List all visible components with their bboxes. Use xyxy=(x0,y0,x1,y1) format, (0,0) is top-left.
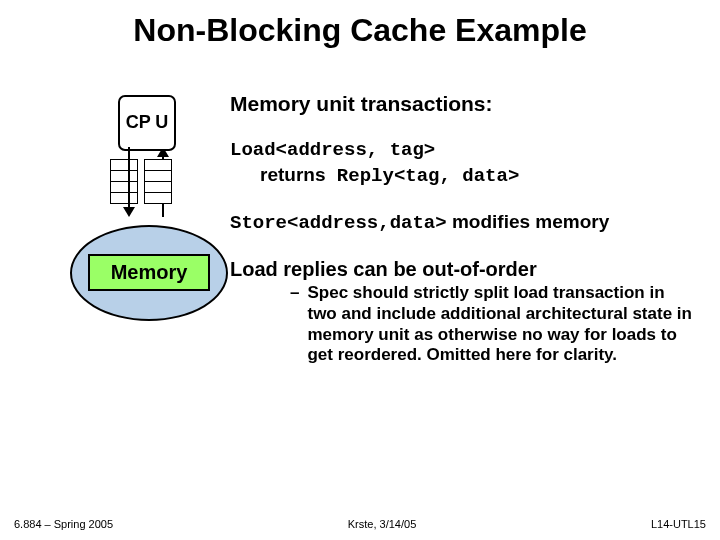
reply-signature: Reply<tag, data> xyxy=(325,165,519,187)
svg-marker-1 xyxy=(123,207,135,217)
load-signature: Load<address, tag> xyxy=(230,138,700,163)
subnote-text: Spec should strictly split load transact… xyxy=(307,283,694,366)
store-tail: modifies memory xyxy=(447,211,610,232)
subnote: – Spec should strictly split load transa… xyxy=(230,283,700,366)
dash-icon: – xyxy=(290,283,299,366)
store-block: Store<address,data> modifies memory xyxy=(230,210,700,236)
buffer-right-icon xyxy=(144,159,172,204)
store-signature: Store<address,data> xyxy=(230,212,447,234)
load-block: Load<address, tag> returns Reply<tag, da… xyxy=(230,138,700,188)
footer: 6.884 – Spring 2005 Krste, 3/14/05 L14-U… xyxy=(0,518,720,530)
slide-title: Non-Blocking Cache Example xyxy=(0,0,720,57)
content-row: CP U Memory Memory unit transactions: Lo… xyxy=(0,57,720,366)
memory-box: Memory xyxy=(88,254,210,291)
load-returns: returns Reply<tag, data> xyxy=(230,163,700,189)
transactions-heading: Memory unit transactions: xyxy=(230,92,700,116)
buffer-icons xyxy=(110,159,172,204)
footer-center: Krste, 3/14/05 xyxy=(348,518,417,530)
footer-right: L14-UTL15 xyxy=(651,518,706,530)
returns-word: returns xyxy=(260,164,325,185)
reorder-statement: Load replies can be out-of-order xyxy=(230,258,700,281)
cpu-box: CP U xyxy=(118,95,176,151)
text-column: Memory unit transactions: Load<address, … xyxy=(230,57,710,366)
arrow-down-icon xyxy=(122,147,136,217)
diagram-column: CP U Memory xyxy=(10,57,230,366)
footer-left: 6.884 – Spring 2005 xyxy=(14,518,113,530)
